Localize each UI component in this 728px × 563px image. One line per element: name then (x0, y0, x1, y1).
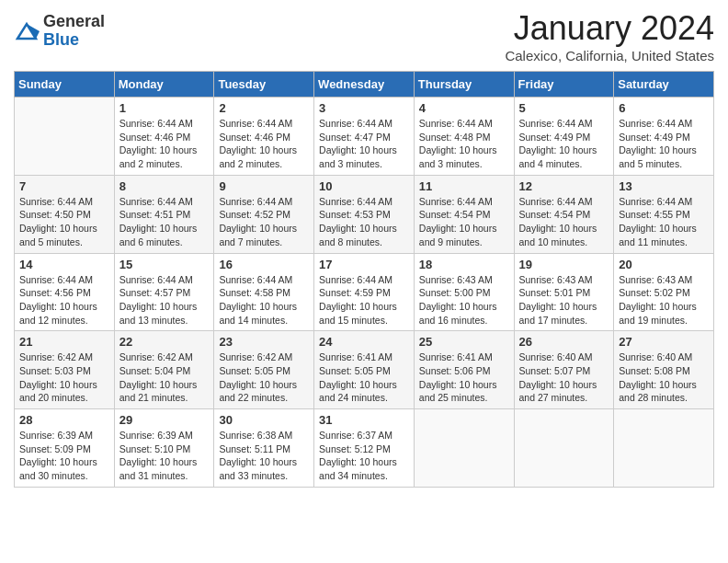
day-info: Sunrise: 6:43 AMSunset: 5:00 PMDaylight:… (419, 273, 509, 327)
day-info: Sunrise: 6:44 AMSunset: 4:56 PMDaylight:… (19, 273, 109, 327)
day-number: 28 (19, 413, 109, 427)
day-info: Sunrise: 6:44 AMSunset: 4:51 PMDaylight:… (119, 195, 210, 249)
day-cell: 4Sunrise: 6:44 AMSunset: 4:48 PMDaylight… (414, 98, 514, 176)
day-info: Sunrise: 6:44 AMSunset: 4:59 PMDaylight:… (319, 273, 409, 327)
header-day-wednesday: Wednesday (314, 72, 415, 98)
week-row-5: 28Sunrise: 6:39 AMSunset: 5:09 PMDayligh… (15, 409, 714, 488)
day-number: 26 (519, 335, 609, 349)
title-block: January 2024 Calexico, California, Unite… (505, 9, 714, 63)
logo: General Blue (14, 13, 105, 50)
day-cell: 11Sunrise: 6:44 AMSunset: 4:54 PMDayligh… (414, 175, 514, 253)
day-cell: 20Sunrise: 6:43 AMSunset: 5:02 PMDayligh… (614, 253, 714, 331)
day-info: Sunrise: 6:44 AMSunset: 4:49 PMDaylight:… (519, 117, 609, 171)
day-cell (414, 409, 514, 488)
day-number: 1 (119, 101, 210, 115)
day-number: 18 (419, 258, 509, 271)
day-cell: 29Sunrise: 6:39 AMSunset: 5:10 PMDayligh… (114, 409, 214, 488)
header-day-monday: Monday (114, 72, 214, 98)
location-text: Calexico, California, United States (505, 48, 714, 63)
day-cell: 31Sunrise: 6:37 AMSunset: 5:12 PMDayligh… (314, 409, 415, 488)
day-info: Sunrise: 6:44 AMSunset: 4:48 PMDaylight:… (419, 117, 509, 171)
day-info: Sunrise: 6:42 AMSunset: 5:04 PMDaylight:… (119, 350, 210, 405)
header-day-tuesday: Tuesday (214, 72, 314, 98)
day-cell: 26Sunrise: 6:40 AMSunset: 5:07 PMDayligh… (514, 331, 614, 409)
day-cell: 24Sunrise: 6:41 AMSunset: 5:05 PMDayligh… (314, 331, 415, 409)
day-number: 29 (119, 413, 210, 427)
day-cell: 3Sunrise: 6:44 AMSunset: 4:47 PMDaylight… (314, 98, 415, 176)
day-number: 8 (119, 179, 210, 193)
day-cell: 10Sunrise: 6:44 AMSunset: 4:53 PMDayligh… (314, 175, 415, 253)
day-info: Sunrise: 6:44 AMSunset: 4:57 PMDaylight:… (119, 273, 210, 327)
week-row-2: 7Sunrise: 6:44 AMSunset: 4:50 PMDaylight… (15, 175, 714, 253)
day-cell: 14Sunrise: 6:44 AMSunset: 4:56 PMDayligh… (15, 253, 115, 331)
day-cell: 23Sunrise: 6:42 AMSunset: 5:05 PMDayligh… (214, 331, 314, 409)
day-info: Sunrise: 6:43 AMSunset: 5:01 PMDaylight:… (519, 273, 609, 327)
month-title: January 2024 (505, 9, 714, 48)
calendar-body: 1Sunrise: 6:44 AMSunset: 4:46 PMDaylight… (15, 98, 714, 488)
day-cell: 9Sunrise: 6:44 AMSunset: 4:52 PMDaylight… (214, 175, 314, 253)
day-number: 16 (219, 258, 309, 271)
logo-text: General Blue (43, 13, 105, 50)
day-info: Sunrise: 6:41 AMSunset: 5:05 PMDaylight:… (319, 350, 409, 405)
day-info: Sunrise: 6:38 AMSunset: 5:11 PMDaylight:… (219, 429, 309, 483)
day-info: Sunrise: 6:44 AMSunset: 4:47 PMDaylight:… (319, 117, 409, 171)
day-number: 17 (319, 258, 409, 271)
calendar-table: SundayMondayTuesdayWednesdayThursdayFrid… (14, 71, 714, 488)
day-info: Sunrise: 6:42 AMSunset: 5:05 PMDaylight:… (219, 350, 309, 405)
header-row: SundayMondayTuesdayWednesdayThursdayFrid… (15, 72, 714, 98)
day-info: Sunrise: 6:40 AMSunset: 5:07 PMDaylight:… (519, 350, 609, 405)
day-cell: 30Sunrise: 6:38 AMSunset: 5:11 PMDayligh… (214, 409, 314, 488)
day-cell: 19Sunrise: 6:43 AMSunset: 5:01 PMDayligh… (514, 253, 614, 331)
header-day-thursday: Thursday (414, 72, 514, 98)
week-row-4: 21Sunrise: 6:42 AMSunset: 5:03 PMDayligh… (15, 331, 714, 409)
day-info: Sunrise: 6:44 AMSunset: 4:54 PMDaylight:… (519, 195, 609, 249)
day-cell: 12Sunrise: 6:44 AMSunset: 4:54 PMDayligh… (514, 175, 614, 253)
day-number: 31 (319, 413, 409, 427)
day-number: 22 (119, 335, 210, 349)
day-number: 15 (119, 258, 210, 271)
logo-icon (14, 18, 40, 44)
header-day-sunday: Sunday (15, 72, 115, 98)
day-info: Sunrise: 6:44 AMSunset: 4:54 PMDaylight:… (419, 195, 509, 249)
day-info: Sunrise: 6:43 AMSunset: 5:02 PMDaylight:… (619, 273, 709, 327)
day-cell: 6Sunrise: 6:44 AMSunset: 4:49 PMDaylight… (614, 98, 714, 176)
day-number: 5 (519, 101, 609, 115)
day-number: 14 (19, 258, 109, 271)
day-info: Sunrise: 6:44 AMSunset: 4:49 PMDaylight:… (619, 117, 709, 171)
day-info: Sunrise: 6:44 AMSunset: 4:46 PMDaylight:… (119, 117, 210, 171)
day-info: Sunrise: 6:44 AMSunset: 4:58 PMDaylight:… (219, 273, 309, 327)
day-number: 9 (219, 179, 309, 193)
svg-marker-1 (27, 24, 40, 39)
day-number: 4 (419, 101, 509, 115)
day-info: Sunrise: 6:44 AMSunset: 4:50 PMDaylight:… (19, 195, 109, 249)
day-cell: 8Sunrise: 6:44 AMSunset: 4:51 PMDaylight… (114, 175, 214, 253)
day-cell: 25Sunrise: 6:41 AMSunset: 5:06 PMDayligh… (414, 331, 514, 409)
day-cell (614, 409, 714, 488)
day-cell: 22Sunrise: 6:42 AMSunset: 5:04 PMDayligh… (114, 331, 214, 409)
day-cell: 16Sunrise: 6:44 AMSunset: 4:58 PMDayligh… (214, 253, 314, 331)
day-cell: 27Sunrise: 6:40 AMSunset: 5:08 PMDayligh… (614, 331, 714, 409)
day-info: Sunrise: 6:39 AMSunset: 5:09 PMDaylight:… (19, 429, 109, 483)
calendar-header: SundayMondayTuesdayWednesdayThursdayFrid… (15, 72, 714, 98)
logo-blue-text: Blue (43, 31, 105, 50)
day-info: Sunrise: 6:37 AMSunset: 5:12 PMDaylight:… (319, 429, 409, 483)
day-info: Sunrise: 6:39 AMSunset: 5:10 PMDaylight:… (119, 429, 210, 483)
day-number: 13 (619, 179, 709, 193)
day-info: Sunrise: 6:41 AMSunset: 5:06 PMDaylight:… (419, 350, 509, 405)
day-number: 3 (319, 101, 409, 115)
day-number: 21 (19, 335, 109, 349)
day-cell: 28Sunrise: 6:39 AMSunset: 5:09 PMDayligh… (15, 409, 115, 488)
day-cell: 18Sunrise: 6:43 AMSunset: 5:00 PMDayligh… (414, 253, 514, 331)
day-number: 10 (319, 179, 409, 193)
day-cell (514, 409, 614, 488)
day-cell: 1Sunrise: 6:44 AMSunset: 4:46 PMDaylight… (114, 98, 214, 176)
day-number: 19 (519, 258, 609, 271)
day-info: Sunrise: 6:44 AMSunset: 4:53 PMDaylight:… (319, 195, 409, 249)
page-header: General Blue January 2024 Calexico, Cali… (14, 9, 714, 63)
day-info: Sunrise: 6:42 AMSunset: 5:03 PMDaylight:… (19, 350, 109, 405)
day-cell (15, 98, 115, 176)
day-number: 20 (619, 258, 709, 271)
week-row-3: 14Sunrise: 6:44 AMSunset: 4:56 PMDayligh… (15, 253, 714, 331)
day-cell: 13Sunrise: 6:44 AMSunset: 4:55 PMDayligh… (614, 175, 714, 253)
day-cell: 21Sunrise: 6:42 AMSunset: 5:03 PMDayligh… (15, 331, 115, 409)
